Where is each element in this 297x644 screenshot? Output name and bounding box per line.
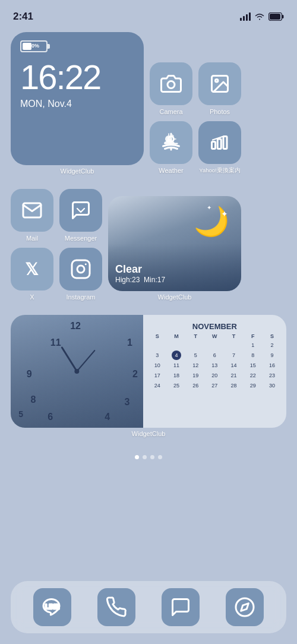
cal-day-empty [229,340,239,350]
cal-day-empty [172,340,181,350]
row1: 40% 16:22 MON, Nov.4 WidgetClub Camera [11,32,286,175]
cal-day-16: 16 [267,361,277,370]
messenger-icon[interactable] [59,189,102,232]
cal-day-8: 8 [248,351,258,360]
page-dot-4 [158,455,162,459]
page-dots [11,455,286,459]
cal-day-13: 13 [210,361,219,370]
widget-battery-text: 40% [21,43,46,49]
signal-icon [240,12,251,21]
messages-icon[interactable] [162,588,200,626]
messages-app[interactable] [162,588,200,626]
photos-icon[interactable] [198,62,241,105]
svg-text:LINE: LINE [45,603,59,610]
cal-day-18: 18 [172,371,181,380]
battery-icon [268,12,284,21]
svg-rect-17 [72,260,90,278]
row2-apps-grid: Mail Messenger 𝕏 [11,189,102,301]
widget-battery-indicator: 40% [20,40,48,52]
weather-widget[interactable]: 🌙 ✦ ✦ Clear High:23 Min:17 [108,196,241,291]
camera-icon[interactable] [150,62,192,105]
calendar-right: NOVEMBER S M T W T F S 12345678910111213… [143,315,286,428]
weather-icon[interactable] [150,121,192,164]
svg-rect-1 [282,15,284,18]
line-svg: LINE [42,596,63,618]
x-app[interactable]: 𝕏 X [11,248,53,301]
svg-rect-15 [223,137,227,149]
weather-label: Weather [159,167,183,174]
instagram-svg [70,258,91,280]
mail-icon[interactable] [11,189,53,232]
calendar-widget-label: WidgetClub [132,430,166,437]
wifi-icon [254,12,265,21]
cal-day-empty [191,340,200,350]
weather-detailed-svg [159,131,183,154]
widgetclub-large-widget[interactable]: 40% 16:22 MON, Nov.4 WidgetClub [11,32,144,175]
compass-svg [234,596,255,618]
svg-point-22 [74,369,79,374]
cal-day-27: 27 [210,381,219,390]
svg-point-5 [216,80,219,83]
svg-line-12 [172,135,173,136]
photos-label: Photos [210,108,230,115]
row3: 12 1 2 3 4 11 9 8 6 5 [11,315,286,437]
mail-svg [21,200,43,221]
yahoo-icon[interactable] [198,121,241,164]
photos-svg [209,73,230,94]
cal-day-1: 1 [248,340,258,350]
cal-day-12: 12 [191,361,200,370]
cal-day-15: 15 [248,361,258,370]
phone-app[interactable] [97,588,135,626]
page-dot-3 [150,455,154,459]
cal-day-2: 2 [267,340,277,350]
dock: LINE [11,581,286,633]
home-screen: 40% 16:22 MON, Nov.4 WidgetClub Camera [0,26,297,459]
instagram-icon[interactable] [59,248,102,291]
compass-app[interactable] [226,588,264,626]
svg-marker-25 [241,604,249,611]
cal-day-17: 17 [153,371,162,380]
cal-day-10: 10 [153,361,162,370]
compass-icon[interactable] [226,588,264,626]
cal-day-4: 4 [172,351,181,360]
cal-day-3: 3 [153,351,162,360]
row2-left-group: Mail Messenger 𝕏 [11,189,102,301]
status-time: 2:41 [13,11,33,23]
weather-widget-wrapper[interactable]: 🌙 ✦ ✦ Clear High:23 Min:17 WidgetClub [108,196,241,301]
x-svg: 𝕏 [21,258,43,280]
cal-day-24: 24 [153,381,162,390]
row2: Mail Messenger 𝕏 [11,189,286,301]
instagram-app[interactable]: Instagram [59,248,102,301]
weather-widget-label: WidgetClub [158,293,192,301]
widgetclub-label: WidgetClub [61,168,94,175]
yahoo-app[interactable]: Yahoo!乗換案内 [198,121,241,175]
svg-point-19 [85,263,87,265]
cal-day-14: 14 [229,361,239,370]
calendar-widget-wrapper[interactable]: 12 1 2 3 4 11 9 8 6 5 [11,315,286,437]
calendar-clock: 12 1 2 3 4 11 9 8 6 5 [11,315,143,428]
calendar-widget[interactable]: 12 1 2 3 4 11 9 8 6 5 [11,315,286,428]
camera-svg [160,73,182,94]
page-dot-1 [135,455,139,459]
mail-app[interactable]: Mail [11,189,53,242]
cal-day-empty [153,340,162,350]
svg-rect-13 [212,142,216,149]
messages-svg [170,596,191,618]
mail-label: Mail [26,235,38,242]
line-icon[interactable]: LINE [33,588,71,626]
phone-icon[interactable] [97,588,135,626]
cal-day-23: 23 [267,371,277,380]
cal-day-30: 30 [267,381,277,390]
yahoo-label: Yahoo!乗換案内 [199,167,240,175]
weather-app[interactable]: Weather [150,121,192,175]
cal-day-22: 22 [248,371,258,380]
yahoo-svg [209,132,230,153]
camera-app[interactable]: Camera [150,62,192,115]
widgetclub-widget-body[interactable]: 40% 16:22 MON, Nov.4 [11,32,144,165]
svg-point-3 [168,81,175,89]
line-app[interactable]: LINE [33,588,71,626]
status-icons [240,12,284,21]
x-icon[interactable]: 𝕏 [11,248,53,291]
messenger-app[interactable]: Messenger [59,189,102,242]
photos-app[interactable]: Photos [198,62,241,115]
